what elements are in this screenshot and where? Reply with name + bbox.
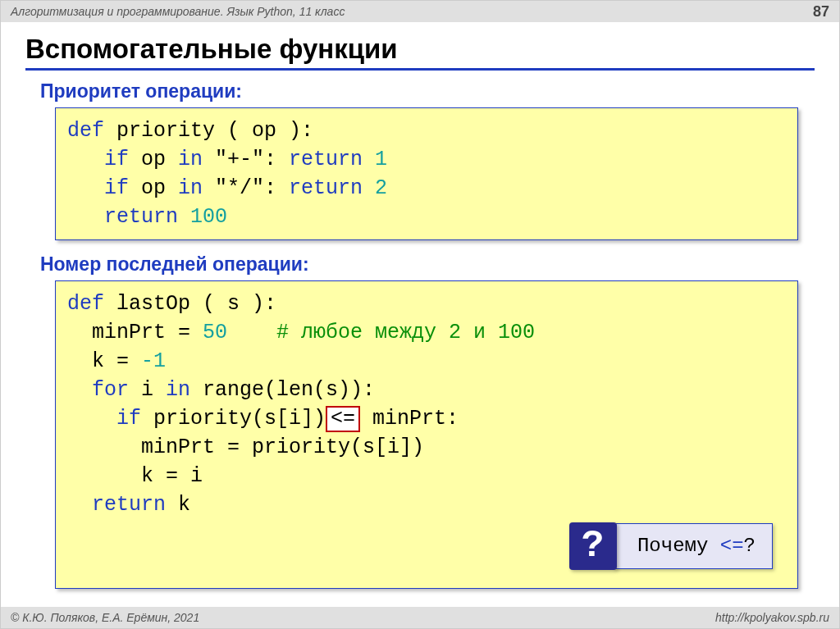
section1-heading: Приоритет операции: xyxy=(40,80,815,103)
footer-url: http://kpolyakov.spb.ru xyxy=(715,611,829,624)
copyright: © К.Ю. Поляков, Е.А. Ерёмин, 2021 xyxy=(11,611,199,624)
course-title: Алгоритмизация и программирование. Язык … xyxy=(11,5,345,18)
callout-text: Почему <=? xyxy=(614,523,773,569)
title-underline xyxy=(25,68,815,71)
page-title: Вспомогательные функции xyxy=(25,34,815,65)
code-block-priority: def priority ( op ): if op in "+-": retu… xyxy=(55,107,798,240)
section2-heading: Номер последней операции: xyxy=(40,253,815,276)
question-mark-icon: ? xyxy=(569,522,617,570)
header-bar: Алгоритмизация и программирование. Язык … xyxy=(1,1,839,22)
highlight-operator: <= xyxy=(326,406,360,432)
page-number: 87 xyxy=(813,3,829,21)
callout: ? Почему <=? xyxy=(569,522,773,570)
code-block-lastop: def lastOp ( s ): minPrt = 50 # любое ме… xyxy=(55,280,798,589)
footer-bar: © К.Ю. Поляков, Е.А. Ерёмин, 2021 http:/… xyxy=(1,607,839,628)
slide-content: Вспомогательные функции Приоритет операц… xyxy=(1,22,839,589)
